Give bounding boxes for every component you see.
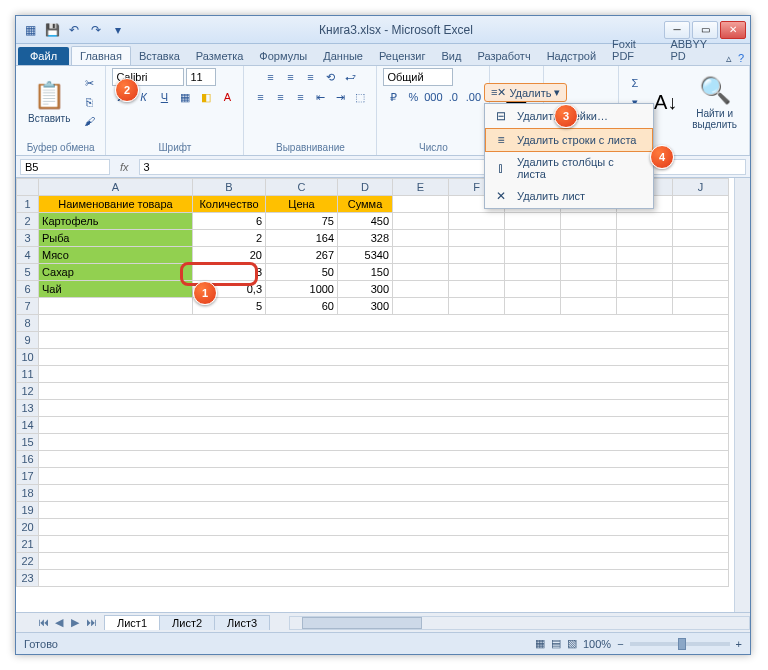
tab-data[interactable]: Данные (315, 47, 371, 65)
align-bottom-icon[interactable]: ≡ (300, 68, 320, 86)
cell[interactable]: 300 (338, 281, 393, 298)
font-color-icon[interactable]: A (217, 88, 237, 106)
cell[interactable]: 150 (338, 264, 393, 281)
format-painter-icon[interactable]: 🖌 (79, 112, 99, 130)
cell[interactable] (39, 366, 729, 383)
align-top-icon[interactable]: ≡ (260, 68, 280, 86)
row-header[interactable]: 22 (17, 553, 39, 570)
cell[interactable]: 50 (266, 264, 338, 281)
row-header[interactable]: 3 (17, 230, 39, 247)
sheet-tab[interactable]: Лист2 (159, 615, 215, 630)
cell[interactable] (561, 264, 617, 281)
row-header[interactable]: 1 (17, 196, 39, 213)
cell[interactable] (505, 298, 561, 315)
undo-icon[interactable]: ↶ (64, 20, 84, 40)
row-header[interactable]: 21 (17, 536, 39, 553)
redo-icon[interactable]: ↷ (86, 20, 106, 40)
first-sheet-icon[interactable]: ⏮ (36, 616, 50, 629)
grid[interactable]: A B C D E F G H I J 1 Наименование товар… (16, 178, 734, 612)
cell[interactable] (505, 264, 561, 281)
cell[interactable]: 60 (266, 298, 338, 315)
cell[interactable] (393, 213, 449, 230)
row-header[interactable]: 17 (17, 468, 39, 485)
align-right-icon[interactable]: ≡ (290, 88, 310, 106)
row-header[interactable]: 11 (17, 366, 39, 383)
sheet-tab[interactable]: Лист1 (104, 615, 160, 630)
cut-icon[interactable]: ✂ (79, 74, 99, 92)
cell[interactable] (39, 349, 729, 366)
cell[interactable] (393, 298, 449, 315)
cell[interactable] (39, 298, 193, 315)
row-header[interactable]: 13 (17, 400, 39, 417)
row-header[interactable]: 7 (17, 298, 39, 315)
row-header[interactable]: 8 (17, 315, 39, 332)
cell[interactable] (673, 230, 729, 247)
border-icon[interactable]: ▦ (175, 88, 195, 106)
cell[interactable] (393, 196, 449, 213)
view-layout-icon[interactable]: ▤ (551, 637, 561, 650)
cell[interactable] (617, 247, 673, 264)
select-all-corner[interactable] (17, 179, 39, 196)
cell[interactable]: Количество (193, 196, 266, 213)
find-select-button[interactable]: 🔍 Найти и выделить (686, 71, 743, 134)
tab-developer[interactable]: Разработч (469, 47, 538, 65)
font-size-combo[interactable]: 11 (186, 68, 216, 86)
row-header[interactable]: 2 (17, 213, 39, 230)
percent-icon[interactable]: % (403, 88, 423, 106)
orientation-icon[interactable]: ⟲ (320, 68, 340, 86)
indent-increase-icon[interactable]: ⇥ (330, 88, 350, 106)
cell[interactable] (561, 213, 617, 230)
cell[interactable]: 3 (193, 264, 266, 281)
cell[interactable] (449, 213, 505, 230)
cell[interactable] (561, 281, 617, 298)
row-header[interactable]: 10 (17, 349, 39, 366)
wrap-text-icon[interactable]: ⮐ (340, 68, 360, 86)
cell[interactable]: 2 (193, 230, 266, 247)
cell[interactable] (617, 230, 673, 247)
tab-layout[interactable]: Разметка (188, 47, 252, 65)
cell[interactable] (39, 553, 729, 570)
row-header[interactable]: 16 (17, 451, 39, 468)
row-header[interactable]: 15 (17, 434, 39, 451)
horizontal-scrollbar[interactable] (289, 616, 750, 630)
autosum-icon[interactable]: Σ (625, 74, 645, 92)
cell[interactable] (39, 536, 729, 553)
fill-color-icon[interactable]: ◧ (196, 88, 216, 106)
cell[interactable] (39, 519, 729, 536)
number-format-combo[interactable]: Общий (383, 68, 453, 86)
tab-formulas[interactable]: Формулы (251, 47, 315, 65)
zoom-in-icon[interactable]: + (736, 638, 742, 650)
zoom-out-icon[interactable]: − (617, 638, 623, 650)
indent-decrease-icon[interactable]: ⇤ (310, 88, 330, 106)
cell[interactable] (561, 298, 617, 315)
cell[interactable]: Чай (39, 281, 193, 298)
cell[interactable] (39, 451, 729, 468)
cell[interactable] (39, 570, 729, 587)
row-header[interactable]: 4 (17, 247, 39, 264)
cell[interactable] (673, 264, 729, 281)
row-header[interactable]: 5 (17, 264, 39, 281)
cell[interactable] (673, 281, 729, 298)
zoom-thumb[interactable] (678, 638, 686, 650)
col-header[interactable]: C (266, 179, 338, 196)
delete-sheet-item[interactable]: ✕ Удалить лист (485, 184, 653, 208)
cell[interactable]: 450 (338, 213, 393, 230)
cell[interactable] (673, 247, 729, 264)
cell[interactable] (393, 247, 449, 264)
align-center-icon[interactable]: ≡ (270, 88, 290, 106)
cell[interactable] (39, 383, 729, 400)
cell[interactable] (39, 315, 729, 332)
cell[interactable] (39, 468, 729, 485)
cell[interactable] (393, 281, 449, 298)
cell[interactable]: 300 (338, 298, 393, 315)
cell[interactable] (39, 485, 729, 502)
cell[interactable]: 5340 (338, 247, 393, 264)
row-header[interactable]: 9 (17, 332, 39, 349)
col-header[interactable]: A (39, 179, 193, 196)
row-header[interactable]: 19 (17, 502, 39, 519)
minimize-ribbon-icon[interactable]: ▵ (726, 52, 732, 65)
col-header[interactable]: B (193, 179, 266, 196)
view-break-icon[interactable]: ▧ (567, 637, 577, 650)
cell[interactable] (617, 264, 673, 281)
cell[interactable] (39, 434, 729, 451)
